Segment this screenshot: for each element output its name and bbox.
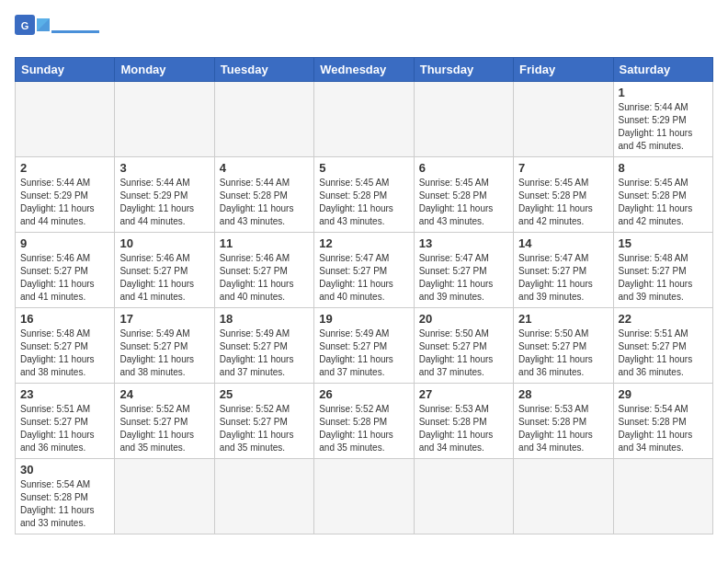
calendar-cell: 25Sunrise: 5:52 AM Sunset: 5:27 PM Dayli… — [214, 384, 313, 459]
day-number: 14 — [518, 236, 608, 250]
day-number: 4 — [220, 161, 309, 175]
day-number: 19 — [319, 312, 408, 326]
day-content: Sunrise: 5:45 AM Sunset: 5:28 PM Dayligh… — [319, 177, 408, 228]
calendar-cell: 18Sunrise: 5:49 AM Sunset: 5:27 PM Dayli… — [214, 308, 313, 384]
calendar-cell: 30Sunrise: 5:54 AM Sunset: 5:28 PM Dayli… — [16, 459, 115, 534]
day-content: Sunrise: 5:47 AM Sunset: 5:27 PM Dayligh… — [419, 252, 508, 304]
calendar-cell — [414, 459, 513, 534]
calendar-cell — [314, 459, 414, 534]
day-content: Sunrise: 5:47 AM Sunset: 5:27 PM Dayligh… — [518, 252, 608, 304]
day-content: Sunrise: 5:53 AM Sunset: 5:28 PM Dayligh… — [518, 403, 608, 454]
calendar-cell: 11Sunrise: 5:46 AM Sunset: 5:27 PM Dayli… — [214, 233, 313, 308]
day-content: Sunrise: 5:44 AM Sunset: 5:29 PM Dayligh… — [119, 177, 209, 228]
day-content: Sunrise: 5:54 AM Sunset: 5:28 PM Dayligh… — [619, 403, 708, 454]
day-content: Sunrise: 5:48 AM Sunset: 5:27 PM Dayligh… — [619, 252, 708, 304]
day-content: Sunrise: 5:49 AM Sunset: 5:27 PM Dayligh… — [319, 327, 408, 379]
calendar-cell: 16Sunrise: 5:48 AM Sunset: 5:27 PM Dayli… — [16, 308, 115, 384]
day-content: Sunrise: 5:54 AM Sunset: 5:28 PM Dayligh… — [20, 478, 109, 530]
generalblue-logo-icon: G — [15, 15, 51, 48]
calendar-cell: 17Sunrise: 5:49 AM Sunset: 5:27 PM Dayli… — [115, 308, 214, 384]
day-number: 11 — [220, 236, 309, 250]
day-number: 29 — [619, 387, 708, 401]
day-content: Sunrise: 5:51 AM Sunset: 5:27 PM Dayligh… — [619, 327, 708, 379]
calendar-week-row: 23Sunrise: 5:51 AM Sunset: 5:27 PM Dayli… — [16, 384, 713, 459]
calendar-cell: 15Sunrise: 5:48 AM Sunset: 5:27 PM Dayli… — [613, 233, 712, 308]
day-content: Sunrise: 5:44 AM Sunset: 5:28 PM Dayligh… — [220, 177, 309, 228]
calendar-cell: 4Sunrise: 5:44 AM Sunset: 5:28 PM Daylig… — [214, 157, 313, 233]
day-content: Sunrise: 5:45 AM Sunset: 5:28 PM Dayligh… — [419, 177, 508, 228]
day-number: 9 — [20, 236, 109, 250]
calendar-cell: 22Sunrise: 5:51 AM Sunset: 5:27 PM Dayli… — [613, 308, 712, 384]
calendar-cell: 1Sunrise: 5:44 AM Sunset: 5:29 PM Daylig… — [613, 82, 712, 157]
calendar-cell — [214, 82, 313, 157]
day-content: Sunrise: 5:49 AM Sunset: 5:27 PM Dayligh… — [119, 327, 209, 379]
day-number: 13 — [419, 236, 508, 250]
day-content: Sunrise: 5:44 AM Sunset: 5:29 PM Dayligh… — [20, 177, 109, 228]
day-number: 17 — [119, 312, 209, 326]
calendar-cell — [514, 82, 613, 157]
day-content: Sunrise: 5:44 AM Sunset: 5:29 PM Dayligh… — [619, 101, 708, 153]
calendar-cell — [514, 459, 613, 534]
day-number: 16 — [20, 312, 109, 326]
calendar-cell: 10Sunrise: 5:46 AM Sunset: 5:27 PM Dayli… — [115, 233, 214, 308]
calendar-cell: 2Sunrise: 5:44 AM Sunset: 5:29 PM Daylig… — [16, 157, 115, 233]
day-number: 26 — [319, 387, 408, 401]
day-number: 30 — [20, 463, 109, 477]
day-content: Sunrise: 5:50 AM Sunset: 5:27 PM Dayligh… — [419, 327, 508, 379]
calendar-cell: 14Sunrise: 5:47 AM Sunset: 5:27 PM Dayli… — [514, 233, 613, 308]
day-content: Sunrise: 5:45 AM Sunset: 5:28 PM Dayligh… — [619, 177, 708, 228]
calendar-week-row: 1Sunrise: 5:44 AM Sunset: 5:29 PM Daylig… — [16, 82, 713, 157]
calendar-week-row: 2Sunrise: 5:44 AM Sunset: 5:29 PM Daylig… — [16, 157, 713, 233]
day-content: Sunrise: 5:52 AM Sunset: 5:27 PM Dayligh… — [220, 403, 309, 454]
day-content: Sunrise: 5:47 AM Sunset: 5:27 PM Dayligh… — [319, 252, 408, 304]
day-number: 5 — [319, 161, 408, 175]
calendar-cell — [214, 459, 313, 534]
calendar-cell: 3Sunrise: 5:44 AM Sunset: 5:29 PM Daylig… — [115, 157, 214, 233]
day-number: 18 — [220, 312, 309, 326]
logo: G — [15, 15, 99, 48]
day-number: 27 — [419, 387, 508, 401]
calendar-cell: 7Sunrise: 5:45 AM Sunset: 5:28 PM Daylig… — [514, 157, 613, 233]
day-number: 12 — [319, 236, 408, 250]
calendar-cell: 21Sunrise: 5:50 AM Sunset: 5:27 PM Dayli… — [514, 308, 613, 384]
calendar-week-row: 30Sunrise: 5:54 AM Sunset: 5:28 PM Dayli… — [16, 459, 713, 534]
calendar-cell: 12Sunrise: 5:47 AM Sunset: 5:27 PM Dayli… — [314, 233, 414, 308]
calendar-cell: 8Sunrise: 5:45 AM Sunset: 5:28 PM Daylig… — [613, 157, 712, 233]
day-number: 23 — [20, 387, 109, 401]
calendar-week-row: 16Sunrise: 5:48 AM Sunset: 5:27 PM Dayli… — [16, 308, 713, 384]
calendar-cell: 29Sunrise: 5:54 AM Sunset: 5:28 PM Dayli… — [613, 384, 712, 459]
day-number: 6 — [419, 161, 508, 175]
day-header-wednesday: Wednesday — [314, 58, 414, 82]
day-header-friday: Friday — [514, 58, 613, 82]
day-number: 24 — [119, 387, 209, 401]
day-content: Sunrise: 5:51 AM Sunset: 5:27 PM Dayligh… — [20, 403, 109, 454]
calendar-cell: 9Sunrise: 5:46 AM Sunset: 5:27 PM Daylig… — [16, 233, 115, 308]
day-number: 15 — [619, 236, 708, 250]
day-number: 3 — [119, 161, 209, 175]
day-content: Sunrise: 5:46 AM Sunset: 5:27 PM Dayligh… — [220, 252, 309, 304]
day-content: Sunrise: 5:53 AM Sunset: 5:28 PM Dayligh… — [419, 403, 508, 454]
calendar-table: SundayMondayTuesdayWednesdayThursdayFrid… — [15, 57, 713, 534]
calendar-cell: 5Sunrise: 5:45 AM Sunset: 5:28 PM Daylig… — [314, 157, 414, 233]
svg-text:G: G — [21, 20, 29, 31]
day-content: Sunrise: 5:46 AM Sunset: 5:27 PM Dayligh… — [20, 252, 109, 304]
day-content: Sunrise: 5:49 AM Sunset: 5:27 PM Dayligh… — [220, 327, 309, 379]
day-header-monday: Monday — [115, 58, 214, 82]
day-number: 8 — [619, 161, 708, 175]
day-content: Sunrise: 5:48 AM Sunset: 5:27 PM Dayligh… — [20, 327, 109, 379]
calendar-cell: 6Sunrise: 5:45 AM Sunset: 5:28 PM Daylig… — [414, 157, 513, 233]
day-header-tuesday: Tuesday — [214, 58, 313, 82]
day-number: 28 — [518, 387, 608, 401]
calendar-cell — [314, 82, 414, 157]
calendar-cell — [115, 82, 214, 157]
day-number: 22 — [619, 312, 708, 326]
day-number: 21 — [518, 312, 608, 326]
day-number: 20 — [419, 312, 508, 326]
day-content: Sunrise: 5:50 AM Sunset: 5:27 PM Dayligh… — [518, 327, 608, 379]
day-content: Sunrise: 5:46 AM Sunset: 5:27 PM Dayligh… — [119, 252, 209, 304]
page: G SundayMondayTuesdayWednesdayThursdayFr… — [0, 0, 728, 549]
calendar-cell: 27Sunrise: 5:53 AM Sunset: 5:28 PM Dayli… — [414, 384, 513, 459]
calendar-header-row: SundayMondayTuesdayWednesdayThursdayFrid… — [16, 58, 713, 82]
day-number: 10 — [119, 236, 209, 250]
calendar-cell: 23Sunrise: 5:51 AM Sunset: 5:27 PM Dayli… — [16, 384, 115, 459]
